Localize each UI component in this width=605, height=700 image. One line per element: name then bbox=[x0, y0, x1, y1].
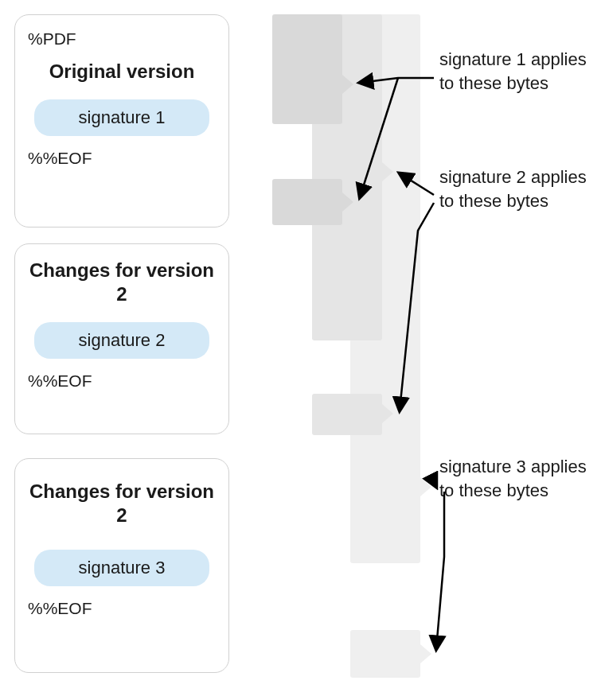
version-box-3: Changes for version 2 signature 3 %%EOF bbox=[14, 458, 229, 673]
version-box-1: %PDF Original version signature 1 %%EOF bbox=[14, 14, 229, 228]
byte-range-notch-3b bbox=[420, 644, 431, 663]
byte-range-bar-2-bottom bbox=[312, 394, 382, 435]
signature-pill-1: signature 1 bbox=[34, 99, 209, 136]
eof-label-2: %%EOF bbox=[28, 371, 216, 391]
signature-pill-2: signature 2 bbox=[34, 322, 209, 359]
eof-label-1: %%EOF bbox=[28, 149, 216, 168]
byte-range-notch-1b bbox=[342, 192, 353, 212]
annotation-3: signature 3 applies to these bytes bbox=[439, 455, 599, 502]
byte-range-bar-1-bottom bbox=[272, 179, 342, 225]
box3-title: Changes for version 2 bbox=[28, 480, 216, 527]
byte-range-notch-2a bbox=[382, 162, 393, 181]
pdf-header-label: %PDF bbox=[28, 29, 216, 49]
eof-label-3: %%EOF bbox=[28, 599, 216, 618]
byte-range-notch-3a bbox=[420, 477, 431, 496]
version-box-2: Changes for version 2 signature 2 %%EOF bbox=[14, 243, 229, 434]
byte-range-bar-3-bottom bbox=[350, 630, 420, 678]
byte-range-notch-2b bbox=[382, 404, 393, 423]
signature-pill-3: signature 3 bbox=[34, 550, 209, 586]
box1-title: Original version bbox=[28, 60, 216, 84]
annotation-2: signature 2 applies to these bytes bbox=[439, 165, 599, 212]
annotation-1: signature 1 applies to these bytes bbox=[439, 48, 599, 95]
box2-title: Changes for version 2 bbox=[28, 259, 216, 306]
byte-range-notch-1a bbox=[342, 75, 353, 94]
byte-range-bar-1-top bbox=[272, 14, 342, 124]
diagram-root: %PDF Original version signature 1 %%EOF … bbox=[0, 0, 605, 700]
